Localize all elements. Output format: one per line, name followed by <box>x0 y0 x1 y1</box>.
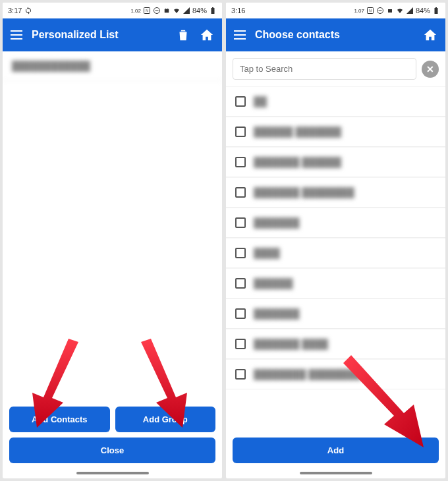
wifi-icon <box>396 7 404 14</box>
status-battery-pct: 84% <box>192 7 207 14</box>
svg-rect-3 <box>155 11 158 11</box>
contact-name: ███████ ████ <box>254 339 328 349</box>
nfc-icon: N <box>366 7 374 14</box>
do-not-disturb-icon <box>376 7 384 14</box>
trash-icon[interactable] <box>176 28 190 42</box>
battery-icon <box>209 7 217 14</box>
contact-name: ██████ ███████ <box>254 127 341 137</box>
search-input[interactable] <box>233 58 416 80</box>
svg-rect-5 <box>212 7 213 8</box>
add-button[interactable]: Add <box>233 438 439 463</box>
bottom-buttons: Add Contacts Add Group Close <box>3 400 222 470</box>
right-screen: 3:16 1.07 N 84% Choose contacts ✕ ██████… <box>226 3 445 478</box>
contact-row[interactable]: ███████ <box>226 298 445 329</box>
status-time: 3:16 <box>231 7 245 14</box>
checkbox[interactable] <box>235 157 246 167</box>
contact-name: ███████ ██████ <box>254 157 341 167</box>
status-bar: 3:16 1.07 N 84% <box>226 3 445 18</box>
app-bar: Personalized List <box>3 18 222 51</box>
checkbox[interactable] <box>235 96 246 107</box>
do-not-disturb-icon <box>153 7 161 14</box>
nfc-icon: N <box>143 7 151 14</box>
android-icon <box>386 7 394 14</box>
contact-row[interactable]: ██████ ███████ <box>226 117 445 147</box>
contact-row[interactable]: ███████ ████ <box>226 329 445 359</box>
signal-icon <box>406 7 414 14</box>
svg-text:N: N <box>369 9 372 13</box>
contact-row[interactable]: ██ <box>226 86 445 117</box>
home-icon[interactable] <box>423 28 437 42</box>
contact-row[interactable]: ███████ ████████ <box>226 177 445 208</box>
sync-icon <box>24 7 32 14</box>
checkbox[interactable] <box>235 369 246 380</box>
left-screen: 3:17 1.02 N 84% Personalized List ██████… <box>3 3 222 478</box>
search-row: ✕ <box>226 51 445 86</box>
checkbox[interactable] <box>235 278 246 289</box>
add-group-button[interactable]: Add Group <box>115 407 216 432</box>
contact-name: ███████ <box>254 308 299 319</box>
checkbox[interactable] <box>235 187 246 198</box>
status-kbs: 1.07 <box>354 8 364 14</box>
android-icon <box>163 7 171 14</box>
svg-rect-4 <box>211 8 215 14</box>
close-button[interactable]: Close <box>9 438 215 463</box>
contact-name: ████ <box>254 248 280 258</box>
contact-row[interactable]: ████ <box>226 238 445 268</box>
menu-icon[interactable] <box>234 30 246 40</box>
close-icon[interactable]: ✕ <box>422 61 439 78</box>
svg-rect-10 <box>435 8 438 14</box>
svg-text:N: N <box>146 9 148 13</box>
svg-rect-9 <box>378 11 381 11</box>
status-bar: 3:17 1.02 N 84% <box>3 3 222 18</box>
signal-icon <box>182 7 190 14</box>
content-area: ✕ ████████ ██████████████ █████████████ … <box>226 51 445 478</box>
contact-name: ██████ <box>254 278 293 289</box>
checkbox[interactable] <box>235 217 246 228</box>
contact-name: ███████ <box>254 217 299 228</box>
home-icon[interactable] <box>200 28 214 42</box>
contact-row[interactable]: ████████ ████████ <box>226 359 445 389</box>
checkbox[interactable] <box>235 127 246 137</box>
contact-row[interactable]: ██████ <box>226 268 445 298</box>
checkbox[interactable] <box>235 308 246 319</box>
list-item[interactable]: ████████████ <box>3 51 222 81</box>
contact-name: ██ <box>254 96 267 107</box>
checkbox[interactable] <box>235 248 246 258</box>
page-title: Personalized List <box>32 29 167 41</box>
contact-row[interactable]: ███████ <box>226 208 445 238</box>
menu-icon[interactable] <box>11 30 22 40</box>
checkbox[interactable] <box>235 339 246 349</box>
svg-rect-11 <box>435 7 437 8</box>
nav-indicator <box>300 472 372 474</box>
page-title: Choose contacts <box>255 29 414 41</box>
contact-name: ████████ ████████ <box>254 369 361 380</box>
status-kbs: 1.02 <box>130 8 141 14</box>
add-contacts-button[interactable]: Add Contacts <box>9 407 110 432</box>
nav-indicator <box>76 472 149 474</box>
contact-row[interactable]: ███████ ██████ <box>226 147 445 177</box>
status-time: 3:17 <box>8 7 22 14</box>
content-area: ████████████ Add Contacts Add Group Clos… <box>3 51 222 478</box>
status-battery-pct: 84% <box>416 7 430 14</box>
bottom-buttons: Add <box>226 431 445 470</box>
battery-icon <box>432 7 440 14</box>
wifi-icon <box>173 7 181 14</box>
app-bar: Choose contacts <box>226 18 445 51</box>
contact-name: ███████ ████████ <box>254 187 354 198</box>
contacts-list[interactable]: ████████ ██████████████ █████████████ ██… <box>226 86 445 431</box>
